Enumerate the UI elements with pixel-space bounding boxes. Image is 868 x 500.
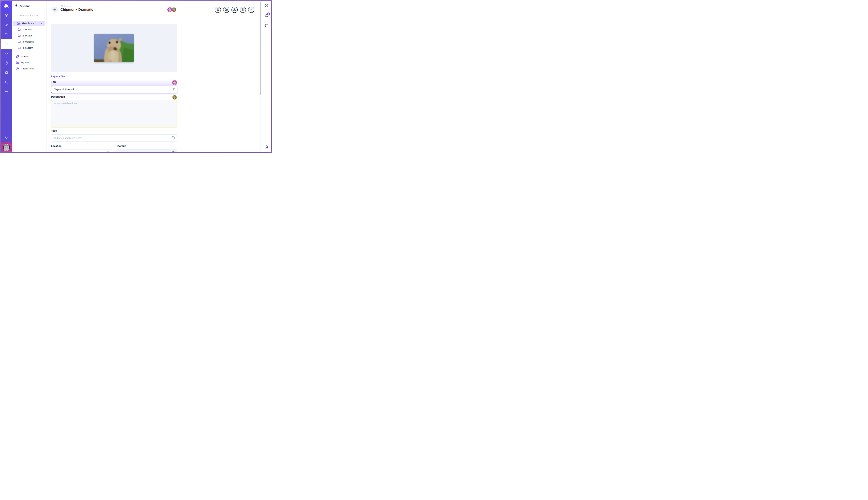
desktop-background: Directus Global Search ⌘K File Library 1… — [0, 0, 272, 153]
folder-icon — [18, 40, 21, 43]
comment-icon — [265, 23, 269, 28]
module-user-directory[interactable] — [1, 30, 12, 39]
people-audio-icon — [4, 90, 8, 94]
trash-icon — [216, 8, 220, 12]
file-options-button[interactable] — [240, 7, 246, 13]
location-input[interactable] — [51, 149, 112, 152]
sidebar-item-label: All Files — [21, 55, 29, 58]
current-user-avatar[interactable] — [1, 142, 12, 152]
text-caret — [75, 88, 76, 91]
sidebar-item-recent-files[interactable]: Recent Files — [13, 66, 45, 71]
module-bar — [1, 1, 12, 152]
sidebar-item-my-files[interactable]: My Files — [13, 60, 45, 65]
info-sidebar-button[interactable] — [261, 1, 271, 11]
download-button[interactable] — [231, 7, 238, 13]
sidebar-folder-private[interactable]: 2. Private — [13, 33, 45, 38]
users-icon — [4, 33, 8, 37]
project-chooser[interactable]: Directus — [14, 3, 30, 9]
folder-icon — [18, 46, 21, 49]
project-name: Directus — [20, 4, 30, 8]
title-presence-glow — [51, 79, 177, 86]
description-textarea[interactable] — [51, 100, 177, 127]
location-field-label: Location — [51, 145, 61, 147]
notifications-bell-button[interactable] — [1, 134, 12, 141]
sidebar-folder-public[interactable]: 1. Public — [13, 27, 45, 32]
revisions-sidebar-button[interactable]: 1 — [261, 11, 271, 21]
page-scrollbar-thumb[interactable] — [260, 2, 261, 95]
right-sidebar: 1 — [261, 1, 271, 152]
collaborator-avatar-user[interactable] — [167, 7, 172, 12]
title-editing-avatar[interactable] — [172, 80, 177, 85]
module-translations[interactable] — [1, 87, 12, 97]
app-window: Directus Global Search ⌘K File Library 1… — [1, 1, 271, 152]
folder-user-icon — [16, 61, 19, 64]
file-preview-card[interactable] — [51, 24, 177, 72]
description-editing-avatar[interactable] — [172, 95, 177, 100]
directus-logo-button[interactable] — [1, 1, 12, 12]
folder-icon — [18, 34, 21, 37]
map-pin-icon — [106, 151, 110, 152]
sidebar-folder-system[interactable]: 4. System — [13, 45, 45, 50]
global-search-placeholder: Global Search — [19, 14, 33, 17]
replace-file-link[interactable]: Replace File — [51, 75, 65, 78]
page-scrollbar-track[interactable] — [259, 1, 261, 152]
back-button[interactable] — [52, 7, 58, 13]
pending-actions-icon — [264, 145, 269, 150]
folder-icon — [4, 42, 8, 46]
storage-input-disabled — [117, 149, 177, 152]
search-icon — [4, 80, 8, 85]
module-help[interactable] — [1, 58, 12, 68]
database-icon — [172, 151, 175, 152]
folder-label: 2. Private — [23, 34, 33, 37]
cube-icon — [5, 13, 8, 18]
search-shortcut-badge: ⌘K — [35, 14, 39, 17]
sidebar-folder-uploads[interactable]: 3. Uploads — [13, 39, 45, 44]
folder-label: 4. System — [23, 46, 33, 49]
sidebar-item-label: Recent Files — [21, 67, 34, 70]
title-input[interactable]: Chipmunk Dramatic T — [51, 86, 177, 93]
folder-icon — [18, 28, 21, 31]
module-content[interactable] — [1, 11, 12, 20]
sparkle-wave-icon — [4, 52, 8, 56]
module-search[interactable] — [1, 78, 12, 87]
sidebar-item-label: File Library — [22, 22, 34, 25]
delete-button[interactable] — [215, 7, 221, 13]
module-file-library-active[interactable] — [1, 39, 12, 49]
chipmunk-image[interactable] — [94, 34, 134, 62]
tags-input[interactable] — [51, 134, 177, 142]
folder-label: 3. Uploads — [23, 41, 34, 43]
title-value: Chipmunk Dramatic — [54, 88, 75, 91]
sidebar-item-file-library[interactable]: File Library — [13, 21, 45, 26]
download-icon — [233, 8, 236, 12]
description-field-label: Description — [51, 95, 65, 98]
tags-field-label: Tags — [51, 129, 57, 132]
sidebar-item-all-files[interactable]: All Files — [13, 54, 45, 59]
tune-icon — [241, 8, 244, 12]
revisions-count-badge: 1 — [267, 12, 270, 15]
copies-icon — [16, 55, 19, 58]
page-title: Chipmunk Dramatic — [60, 8, 93, 12]
history-icon — [16, 67, 19, 70]
project-diamond-icon — [14, 4, 18, 8]
settings-icon — [4, 71, 8, 75]
nav-divider — [14, 53, 43, 53]
global-search-input[interactable]: Global Search ⌘K — [13, 13, 45, 18]
title-formatter-icon: T — [173, 88, 175, 91]
save-button[interactable] — [248, 7, 254, 13]
chevron-down-icon[interactable] — [40, 22, 43, 25]
check-icon — [250, 8, 253, 12]
title-field-label: Title — [51, 80, 56, 83]
collaborator-avatar-chipmunk[interactable] — [172, 7, 176, 12]
arrow-left-icon — [53, 8, 56, 12]
move-to-folder-button[interactable] — [223, 7, 229, 13]
folder-star-icon — [17, 22, 20, 25]
module-editor[interactable] — [1, 20, 12, 30]
comments-sidebar-button[interactable] — [261, 21, 271, 31]
module-settings[interactable] — [1, 68, 12, 78]
activity-log-button[interactable] — [261, 142, 271, 152]
module-insights[interactable] — [1, 49, 12, 58]
edit-icon — [5, 23, 8, 27]
help-icon — [4, 61, 8, 66]
storage-field-label: Storage — [117, 145, 126, 147]
breadcrumb[interactable]: File Library — [60, 5, 71, 8]
